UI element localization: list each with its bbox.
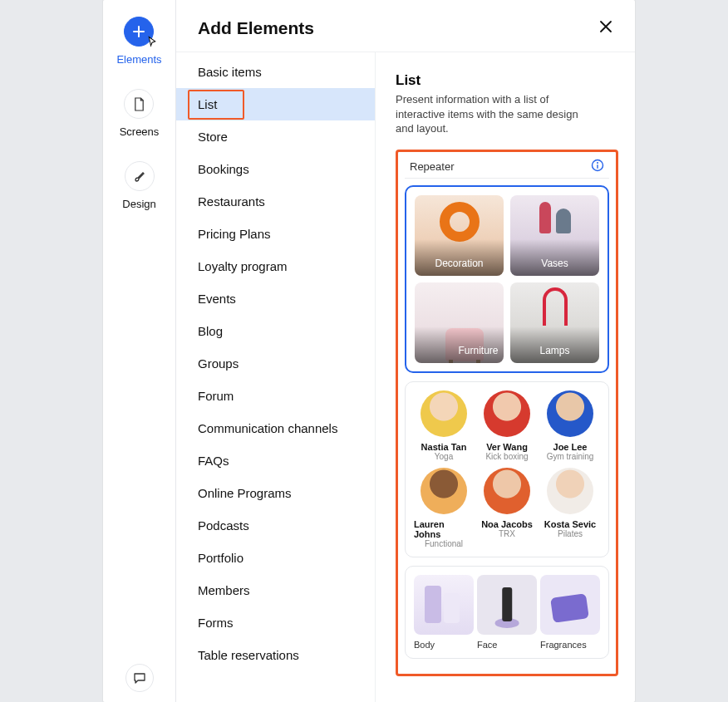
category-list[interactable]: Basic items List Store Bookings Restaura… (176, 52, 376, 702)
product-label: Face (477, 640, 537, 650)
close-button[interactable] (598, 19, 613, 37)
cursor-icon (145, 36, 160, 51)
chat-icon (133, 671, 146, 685)
svg-point-1 (597, 162, 598, 164)
panel-header: Add Elements (176, 0, 635, 52)
content-area: Basic items List Store Bookings Restaura… (176, 52, 635, 702)
category-item-table-reservations[interactable]: Table reservations (176, 639, 375, 671)
category-item-loyalty-program[interactable]: Loyalty program (176, 250, 375, 282)
product-image (414, 575, 474, 635)
person-card: Nastia TanYoga (414, 390, 474, 461)
category-item-restaurants[interactable]: Restaurants (176, 185, 375, 218)
panel-title: Add Elements (198, 18, 314, 38)
category-item-portfolio[interactable]: Portfolio (176, 542, 375, 574)
left-rail: Elements Screens Design (103, 0, 176, 702)
category-item-members[interactable]: Members (176, 574, 375, 606)
tile-label: Lamps (539, 345, 569, 356)
product-image (477, 575, 537, 635)
person-name: Nastia Tan (421, 442, 467, 452)
repeater-template-products[interactable]: Body Face Fragrances (405, 566, 609, 659)
category-item-forms[interactable]: Forms (176, 606, 375, 639)
page-icon (124, 89, 154, 119)
add-elements-panel: Elements Screens Design Add Elements (103, 0, 635, 702)
product-grid: Body Face Fragrances (414, 575, 600, 650)
category-item-blog[interactable]: Blog (176, 315, 375, 347)
avatar (421, 390, 467, 437)
detail-title: List (396, 72, 618, 89)
person-role: Kick boxing (485, 452, 528, 461)
people-grid: Nastia TanYoga Ver WangKick boxing Joe L… (414, 390, 600, 548)
rail-item-elements[interactable]: Elements (116, 17, 161, 66)
person-name: Noa Jacobs (481, 519, 533, 529)
category-item-pricing-plans[interactable]: Pricing Plans (176, 218, 375, 250)
category-item-communication-channels[interactable]: Communication channels (176, 412, 375, 444)
avatar (547, 390, 593, 437)
person-card: Kosta SevicPilates (540, 468, 600, 548)
tile-vases: Vases (510, 195, 599, 276)
rail-item-screens[interactable]: Screens (120, 89, 160, 138)
person-role: Yoga (435, 452, 453, 461)
category-item-podcasts[interactable]: Podcasts (176, 509, 375, 542)
tile-label: Vases (541, 258, 568, 269)
tile-label: Decoration (435, 258, 483, 269)
section-header: Repeater (405, 157, 609, 179)
tile-furniture: Furniture (415, 282, 504, 363)
person-name: Ver Wang (486, 442, 528, 452)
product-card: Face (477, 575, 537, 650)
tile-decoration: Decoration (415, 195, 504, 276)
product-label: Body (414, 640, 474, 650)
category-item-events[interactable]: Events (176, 282, 375, 315)
brush-icon (125, 161, 155, 191)
person-role: Functional (425, 539, 463, 548)
avatar (547, 468, 593, 514)
category-item-bookings[interactable]: Bookings (176, 153, 375, 185)
main-area: Add Elements Basic items List Store Book… (176, 0, 635, 702)
product-card: Fragrances (540, 575, 600, 650)
person-role: TRX (499, 529, 515, 538)
repeater-template-people[interactable]: Nastia TanYoga Ver WangKick boxing Joe L… (405, 381, 609, 557)
rail-label: Elements (116, 53, 161, 66)
person-name: Kosta Sevic (544, 519, 596, 529)
product-image (540, 575, 600, 635)
info-icon (591, 159, 604, 172)
rail-label: Screens (120, 125, 160, 138)
info-button[interactable] (591, 159, 604, 174)
plus-icon (124, 17, 154, 47)
category-item-forum[interactable]: Forum (176, 380, 375, 412)
category-item-list[interactable]: List (176, 88, 375, 120)
repeater-template-tiles[interactable]: Decoration Vases Furniture Lamps (405, 185, 609, 374)
category-item-store[interactable]: Store (176, 120, 375, 153)
category-item-faqs[interactable]: FAQs (176, 444, 375, 477)
category-item-groups[interactable]: Groups (176, 347, 375, 380)
category-item-online-programs[interactable]: Online Programs (176, 477, 375, 509)
avatar (421, 468, 467, 514)
repeater-section-highlight: Repeater Decoration Vases Furniture Lamp… (396, 150, 618, 677)
category-item-basic-items[interactable]: Basic items (176, 56, 375, 88)
person-name: Joe Lee (553, 442, 588, 452)
svg-rect-2 (597, 164, 598, 169)
section-label: Repeater (410, 160, 454, 173)
category-label: List (198, 97, 217, 111)
rail-item-design[interactable]: Design (122, 161, 155, 210)
tile-lamps: Lamps (510, 282, 599, 363)
person-card: Noa JacobsTRX (477, 468, 537, 548)
person-role: Gym training (547, 452, 594, 461)
person-role: Pilates (558, 529, 583, 538)
product-label: Fragrances (540, 640, 600, 650)
person-card: Lauren JohnsFunctional (414, 468, 474, 548)
product-card: Body (414, 575, 474, 650)
person-name: Lauren Johns (414, 519, 474, 539)
tile-label: Furniture (458, 345, 498, 356)
detail-description: Present information with a list of inter… (396, 92, 595, 136)
person-card: Ver WangKick boxing (477, 390, 537, 461)
avatar (484, 468, 530, 514)
person-card: Joe LeeGym training (540, 390, 600, 461)
tile-grid: Decoration Vases Furniture Lamps (415, 195, 599, 364)
close-icon (598, 19, 613, 34)
rail-label: Design (122, 198, 155, 210)
avatar (484, 390, 530, 437)
help-chat-button[interactable] (125, 664, 154, 692)
detail-column: List Present information with a list of … (376, 52, 635, 702)
